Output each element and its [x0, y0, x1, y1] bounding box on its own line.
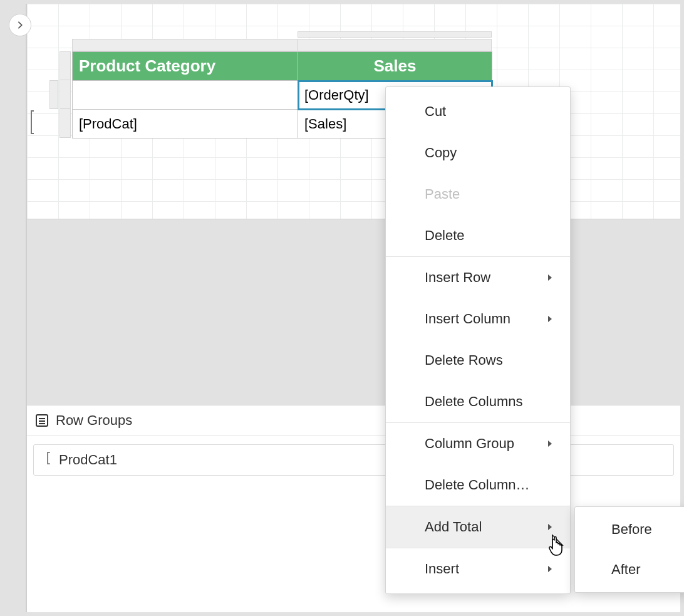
menu-insert[interactable]: Insert — [386, 548, 570, 590]
menu-insert-column[interactable]: Insert Column — [386, 298, 570, 340]
panel-expand-button[interactable] — [9, 14, 31, 36]
row-groups-title: Row Groups — [56, 412, 132, 429]
menu-delete[interactable]: Delete — [386, 215, 570, 256]
list-icon — [34, 413, 49, 428]
column-ruler[interactable] — [72, 39, 492, 51]
menu-copy[interactable]: Copy — [386, 132, 570, 174]
left-gutter — [4, 4, 26, 612]
header-sales[interactable]: Sales — [298, 52, 492, 81]
add-total-submenu: Before After — [574, 506, 684, 593]
column-group-handle[interactable] — [298, 31, 492, 38]
row-group-handle[interactable] — [49, 80, 58, 109]
menu-add-total[interactable]: Add Total — [386, 506, 570, 548]
cell-prodcat[interactable]: [ProdCat] — [73, 110, 298, 138]
menu-paste: Paste — [386, 174, 570, 215]
submenu-arrow-icon — [546, 440, 554, 447]
group-bracket-icon — [45, 451, 51, 469]
main-area: Product Category Sales [OrderQty] [ProdC… — [26, 4, 680, 612]
row-group-item[interactable]: ProdCat1 — [33, 444, 674, 476]
context-menu: Cut Copy Paste Delete Insert Row Insert … — [385, 86, 571, 594]
row-ruler[interactable] — [60, 51, 71, 138]
submenu-arrow-icon — [546, 565, 554, 573]
header-product-category[interactable]: Product Category — [73, 52, 298, 81]
canvas-padding — [27, 219, 680, 405]
submenu-arrow-icon — [546, 274, 554, 281]
menu-column-group[interactable]: Column Group — [386, 423, 570, 464]
row-groups-body: ProdCat1 — [27, 436, 680, 484]
submenu-before[interactable]: Before — [575, 509, 684, 550]
menu-delete-column-ellipsis[interactable]: Delete Column… — [386, 464, 570, 506]
design-canvas[interactable]: Product Category Sales [OrderQty] [ProdC… — [27, 4, 680, 219]
app-frame: Product Category Sales [OrderQty] [ProdC… — [0, 0, 684, 616]
submenu-arrow-icon — [546, 315, 554, 323]
row-group-label: ProdCat1 — [59, 452, 117, 468]
submenu-after[interactable]: After — [575, 550, 684, 590]
menu-insert-row[interactable]: Insert Row — [386, 257, 570, 298]
row-groups-header: Row Groups — [27, 405, 680, 436]
menu-delete-columns[interactable]: Delete Columns — [386, 381, 570, 422]
chevron-right-icon — [16, 21, 24, 29]
menu-cut[interactable]: Cut — [386, 91, 570, 132]
submenu-arrow-icon — [546, 523, 554, 531]
cell-blank[interactable] — [73, 81, 298, 110]
row-group-bracket-icon — [28, 108, 36, 137]
menu-delete-rows[interactable]: Delete Rows — [386, 340, 570, 381]
